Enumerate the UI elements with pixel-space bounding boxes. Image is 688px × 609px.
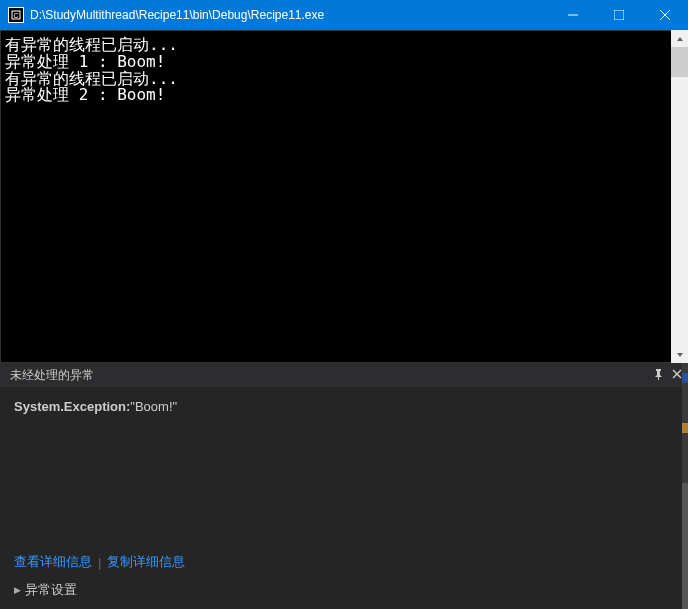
exception-panel-controls	[653, 369, 682, 382]
console-line: 异常处理 2 : Boom!	[5, 87, 683, 104]
exception-type: System.Exception:	[14, 399, 130, 414]
app-icon: C	[8, 7, 24, 23]
maximize-button[interactable]	[596, 0, 642, 30]
titlebar: C D:\StudyMultithread\Recipe11\bin\Debug…	[0, 0, 688, 30]
exception-body: System.Exception:"Boom!"	[0, 387, 688, 426]
window-title: D:\StudyMultithread\Recipe11\bin\Debug\R…	[30, 8, 550, 22]
exception-settings-label: 异常设置	[25, 581, 77, 599]
exception-panel-header: 未经处理的异常	[0, 363, 688, 387]
exception-message: "Boom!"	[130, 399, 177, 414]
exception-panel: 未经处理的异常 System.Exception:"Boom!" 查看详细信息 …	[0, 363, 688, 609]
pin-icon[interactable]	[653, 369, 664, 382]
expand-icon: ▶	[14, 585, 21, 595]
exception-panel-title: 未经处理的异常	[10, 367, 653, 384]
close-panel-icon[interactable]	[672, 369, 682, 382]
exception-settings-toggle[interactable]: ▶ 异常设置	[14, 581, 674, 599]
scrollbar-thumb[interactable]	[671, 47, 688, 77]
minimize-button[interactable]	[550, 0, 596, 30]
svg-text:C: C	[13, 12, 18, 19]
link-divider: |	[98, 555, 101, 570]
console-output: 有异常的线程已启动... 异常处理 1 : Boom! 有异常的线程已启动...…	[0, 30, 688, 363]
vertical-scrollbar[interactable]	[671, 30, 688, 363]
exception-links: 查看详细信息 | 复制详细信息	[14, 553, 674, 571]
copy-details-link[interactable]: 复制详细信息	[107, 553, 185, 571]
window-controls	[550, 0, 688, 30]
svg-rect-3	[614, 10, 624, 20]
scroll-up-button[interactable]	[671, 30, 688, 47]
right-edge-decoration	[682, 363, 688, 609]
close-button[interactable]	[642, 0, 688, 30]
view-details-link[interactable]: 查看详细信息	[14, 553, 92, 571]
exception-footer: 查看详细信息 | 复制详细信息 ▶ 异常设置	[0, 545, 688, 609]
scroll-down-button[interactable]	[671, 346, 688, 363]
